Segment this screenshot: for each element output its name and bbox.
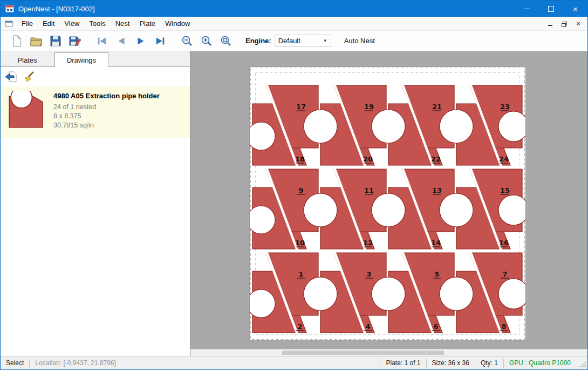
menu-bar: File Edit View Tools Nest Plate Window × xyxy=(1,17,587,31)
zoom-out-icon xyxy=(181,35,194,48)
go-next-button[interactable] xyxy=(132,32,150,50)
title-bar[interactable]: OpenNest - [N0317-002] × xyxy=(1,1,587,17)
pipe-hole xyxy=(304,193,337,227)
pipe-hole xyxy=(440,193,473,227)
status-plate: Plate: 1 of 1 xyxy=(380,359,426,368)
menu-edit[interactable]: Edit xyxy=(38,17,59,30)
pipe-hole xyxy=(304,277,337,311)
zoom-fit-button[interactable] xyxy=(217,32,235,50)
svg-text:24: 24 xyxy=(499,155,509,163)
svg-text:22: 22 xyxy=(431,155,441,163)
svg-text:18: 18 xyxy=(295,155,305,163)
minimize-button[interactable] xyxy=(515,1,539,17)
replace-part-icon xyxy=(4,70,17,83)
go-previous-icon xyxy=(115,35,127,47)
zoom-in-button[interactable] xyxy=(197,32,216,50)
save-edit-button[interactable] xyxy=(66,32,84,50)
mdi-window-controls: × xyxy=(543,17,585,31)
plate-drawing[interactable]: 171819202122232491011121314151612345678 xyxy=(249,66,526,341)
svg-text:3: 3 xyxy=(366,270,371,278)
pipe-hole xyxy=(498,195,526,225)
pipe-hole xyxy=(440,277,473,311)
tab-drawings[interactable]: Drawings xyxy=(54,52,108,67)
svg-text:21: 21 xyxy=(432,103,442,111)
menu-nest[interactable]: Nest xyxy=(111,17,135,30)
status-qty: Qty: 1 xyxy=(475,359,503,368)
horizontal-scrollbar[interactable] xyxy=(190,349,587,356)
status-location: Location: [-0.9437, 21.8796] xyxy=(30,359,121,368)
pipe-hole xyxy=(440,110,473,143)
svg-text:2: 2 xyxy=(297,322,302,331)
go-previous-button[interactable] xyxy=(112,32,131,50)
app-icon xyxy=(5,4,14,13)
menu-plate[interactable]: Plate xyxy=(134,17,160,30)
nesting-canvas[interactable]: 171819202122232491011121314151612345678 xyxy=(190,51,587,356)
mdi-close-icon: × xyxy=(576,20,580,28)
tab-plates[interactable]: Plates xyxy=(1,54,54,66)
svg-text:12: 12 xyxy=(363,239,373,247)
window-title: OpenNest - [N0317-002] xyxy=(18,5,95,13)
menu-file[interactable]: File xyxy=(17,17,38,30)
new-button[interactable] xyxy=(8,32,26,50)
pipe-hole xyxy=(304,110,337,143)
svg-text:7: 7 xyxy=(502,270,507,278)
status-size: Size: 36 x 36 xyxy=(427,359,475,368)
mdi-document-icon[interactable] xyxy=(5,19,13,28)
scrollbar-thumb[interactable] xyxy=(282,351,444,355)
svg-text:10: 10 xyxy=(295,239,305,247)
drawing-dimensions: 8 x 8.375 xyxy=(53,112,160,121)
svg-text:14: 14 xyxy=(431,239,441,247)
go-last-button[interactable] xyxy=(151,32,169,50)
go-first-button[interactable] xyxy=(93,32,111,50)
zoom-out-button[interactable] xyxy=(178,32,196,50)
svg-text:4: 4 xyxy=(365,322,370,331)
clean-button[interactable] xyxy=(21,69,37,85)
go-next-icon xyxy=(135,35,147,47)
svg-text:6: 6 xyxy=(433,322,438,331)
go-last-icon xyxy=(154,35,166,47)
menu-tools[interactable]: Tools xyxy=(84,17,110,30)
pipe-hole xyxy=(249,290,275,318)
engine-label: Engine: xyxy=(245,37,271,45)
menu-view[interactable]: View xyxy=(59,17,84,30)
menu-window[interactable]: Window xyxy=(160,17,195,30)
main-toolbar: Engine: Default ▼ Auto Nest xyxy=(1,31,587,51)
drawing-list-item[interactable]: 4980 A05 Extraction pipe holder 24 of 1 … xyxy=(1,86,190,138)
pipe-hole xyxy=(249,206,275,234)
minimize-icon xyxy=(524,9,530,9)
mdi-minimize-button[interactable] xyxy=(543,18,557,29)
close-button[interactable]: × xyxy=(563,1,587,17)
svg-text:1: 1 xyxy=(298,270,303,278)
pipe-hole xyxy=(498,111,526,142)
maximize-button[interactable] xyxy=(539,1,563,17)
save-button[interactable] xyxy=(46,32,65,50)
mdi-restore-button[interactable] xyxy=(557,18,571,29)
svg-text:23: 23 xyxy=(500,103,510,111)
pipe-hole xyxy=(372,277,405,311)
drawing-nested-count: 24 of 1 nested xyxy=(53,103,160,112)
pipe-hole xyxy=(249,122,275,150)
mdi-restore-icon xyxy=(562,22,567,26)
sidebar-tabstrip: Plates Drawings xyxy=(1,51,190,67)
save-icon xyxy=(49,35,62,48)
save-edit-icon xyxy=(69,35,81,48)
svg-text:5: 5 xyxy=(434,270,439,278)
resize-grip[interactable] xyxy=(579,361,586,369)
engine-select[interactable]: Default ▼ xyxy=(275,35,331,47)
drawing-title: 4980 A05 Extraction pipe holder xyxy=(53,92,160,100)
part-thumbnail-icon xyxy=(6,91,46,133)
go-first-icon xyxy=(96,35,108,47)
zoom-fit-icon xyxy=(220,35,233,48)
svg-text:16: 16 xyxy=(499,239,509,247)
svg-text:17: 17 xyxy=(296,103,306,111)
maximize-icon xyxy=(548,6,554,12)
status-mode: Select xyxy=(1,359,29,368)
auto-nest-button[interactable]: Auto Nest xyxy=(341,35,378,47)
mdi-close-button[interactable]: × xyxy=(571,18,585,29)
pipe-hole xyxy=(372,110,405,143)
replace-part-button[interactable] xyxy=(3,69,19,85)
drawing-area: 30.7815 sq/in xyxy=(53,121,160,130)
zoom-in-icon xyxy=(200,35,213,48)
open-button[interactable] xyxy=(27,32,45,50)
app-window: OpenNest - [N0317-002] × File Edit View … xyxy=(0,0,588,370)
